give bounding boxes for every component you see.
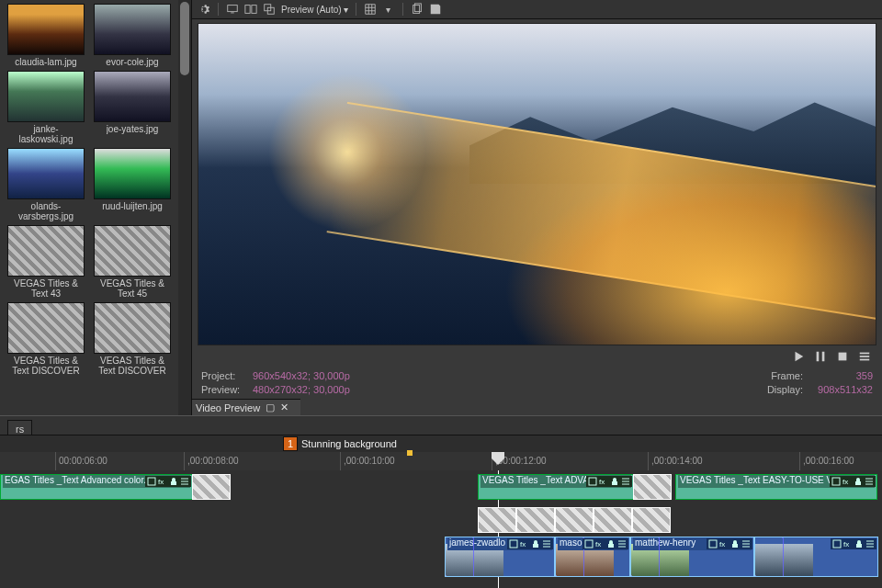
timeline-clip[interactable] — [633, 474, 672, 500]
timeline-clip[interactable]: james-zwadlofx — [445, 537, 555, 577]
menu-icon[interactable] — [741, 539, 751, 548]
timeline-clip[interactable]: VEGAS Titles _Text ADVANCED COLO..fx — [478, 474, 634, 500]
media-item[interactable]: VEGAS Titles & Text DISCOVER CREATI.. — [7, 302, 85, 376]
timeline-clip[interactable]: maso..fx — [555, 537, 630, 577]
media-item[interactable]: olands-varsbergs.jpg — [7, 148, 85, 221]
timeline-clip[interactable]: EGAS Titles _Text Advanced color..fx — [0, 474, 193, 500]
timeline-clip[interactable] — [632, 507, 671, 533]
gear-icon[interactable] — [198, 3, 210, 16]
svg-rect-24 — [709, 540, 717, 548]
fx-icon[interactable]: fx — [719, 539, 729, 548]
timeline-clip[interactable] — [594, 507, 632, 533]
play-button[interactable] — [792, 350, 805, 365]
lock-icon[interactable] — [610, 477, 619, 486]
timeline-clip[interactable]: VEGAS Titles _Text EASY-TO-USE VIGNETTES… — [675, 474, 877, 500]
grid-icon[interactable] — [364, 3, 377, 16]
media-item[interactable]: janke-laskowski.jpg — [7, 71, 85, 144]
display-value: 908x511x32 — [808, 383, 873, 397]
fx-icon[interactable]: fx — [599, 477, 608, 486]
media-item[interactable]: ruud-luijten.jpg — [94, 148, 171, 221]
clip-fade-handle[interactable] — [446, 537, 474, 576]
clip-fade-handle[interactable] — [755, 537, 784, 576]
preview-quality-dropdown[interactable]: Preview (Auto) ▾ — [281, 5, 348, 15]
lock-icon[interactable] — [854, 477, 863, 486]
svg-rect-12 — [860, 356, 870, 357]
menu-icon[interactable] — [542, 539, 551, 548]
copy-snapshot-icon[interactable] — [411, 3, 424, 16]
crop-icon[interactable] — [509, 539, 518, 548]
lock-icon[interactable] — [730, 539, 740, 548]
fx-icon[interactable]: fx — [520, 539, 529, 548]
preview-viewport[interactable] — [198, 23, 876, 345]
crop-icon[interactable] — [588, 477, 597, 486]
timeline-clip[interactable] — [555, 507, 594, 533]
media-filename: ruud-luijten.jpg — [102, 201, 163, 211]
svg-rect-20 — [510, 540, 517, 548]
menu-icon[interactable] — [865, 539, 875, 548]
fx-icon[interactable]: fx — [842, 477, 852, 486]
timeline-clip[interactable]: fx — [754, 537, 878, 577]
media-thumbnail — [7, 4, 85, 55]
time-ruler[interactable]: 00:00:06:00,00:00:08:00,00:00:10:00,00:0… — [0, 452, 882, 470]
timeline-tracks[interactable]: EGAS Titles _Text Advanced color..fxVEGA… — [0, 470, 882, 588]
svg-rect-1 — [231, 13, 234, 14]
split-screen-icon[interactable] — [244, 3, 257, 16]
media-filename: olands-varsbergs.jpg — [7, 201, 85, 221]
media-filename: joe-yates.jpg — [107, 124, 159, 134]
timeline-tab[interactable]: rs — [7, 420, 32, 435]
chevron-down-icon[interactable]: ▾ — [382, 3, 395, 16]
frame-label: Frame: — [771, 369, 803, 383]
media-item[interactable]: claudia-lam.jpg — [7, 4, 85, 67]
svg-rect-22 — [585, 540, 593, 548]
crop-icon[interactable] — [147, 477, 156, 486]
marker-lane[interactable]: 1 Stunning background — [0, 435, 882, 452]
svg-rect-10 — [839, 353, 847, 361]
menu-icon[interactable] — [180, 477, 189, 486]
preview-panel: Preview (Auto) ▾ ▾ — [192, 0, 882, 415]
overlay-icon[interactable] — [263, 3, 276, 16]
loop-marker[interactable] — [407, 450, 413, 456]
fx-icon[interactable]: fx — [158, 477, 167, 486]
svg-rect-18 — [832, 478, 840, 485]
timeline-clip[interactable] — [478, 507, 516, 533]
close-icon[interactable]: ✕ — [280, 401, 288, 413]
crop-icon[interactable] — [708, 539, 718, 548]
timeline-clip[interactable] — [516, 507, 555, 533]
clip-fade-handle[interactable] — [556, 537, 584, 576]
media-scrollbar[interactable] — [178, 0, 191, 415]
media-thumbnail — [7, 225, 85, 277]
media-item[interactable]: VEGAS Titles & Text DISCOVER CREATI.. — [94, 302, 171, 376]
media-item[interactable]: VEGAS Titles & Text 45 — [94, 225, 171, 299]
stop-button[interactable] — [836, 350, 849, 365]
video-preview-tab[interactable]: Video Preview ▢ ✕ — [192, 399, 300, 415]
media-item[interactable]: evor-cole.jpg — [94, 4, 171, 67]
crop-icon[interactable] — [831, 477, 841, 486]
timeline-marker[interactable]: 1 Stunning background — [283, 436, 397, 451]
fx-icon[interactable]: fx — [843, 539, 853, 548]
save-snapshot-icon[interactable] — [429, 3, 442, 16]
timeline-clip[interactable]: matthew-henryfx — [630, 537, 754, 577]
media-item[interactable]: VEGAS Titles & Text 43 — [7, 225, 85, 299]
timeline-clip[interactable] — [192, 474, 231, 500]
menu-icon[interactable] — [858, 350, 871, 365]
lock-icon[interactable] — [531, 539, 540, 548]
media-thumbnail — [7, 148, 85, 199]
lock-icon[interactable] — [854, 539, 864, 548]
fx-icon[interactable]: fx — [595, 539, 605, 548]
scrollbar-thumb[interactable] — [180, 2, 189, 75]
media-thumbnail — [94, 225, 171, 277]
media-item[interactable]: joe-yates.jpg — [94, 71, 171, 144]
clip-tools: fx — [707, 538, 752, 549]
menu-icon[interactable] — [621, 477, 630, 486]
menu-icon[interactable] — [617, 539, 627, 548]
lock-icon[interactable] — [606, 539, 616, 548]
pause-button[interactable] — [814, 350, 827, 365]
lock-icon[interactable] — [169, 477, 178, 486]
crop-icon[interactable] — [584, 539, 594, 548]
monitor-icon[interactable] — [226, 3, 239, 16]
playhead-handle[interactable] — [492, 452, 504, 465]
crop-icon[interactable] — [832, 539, 842, 548]
clip-fade-handle[interactable] — [631, 537, 660, 576]
menu-icon[interactable] — [865, 477, 874, 486]
maximize-icon[interactable]: ▢ — [266, 401, 275, 413]
